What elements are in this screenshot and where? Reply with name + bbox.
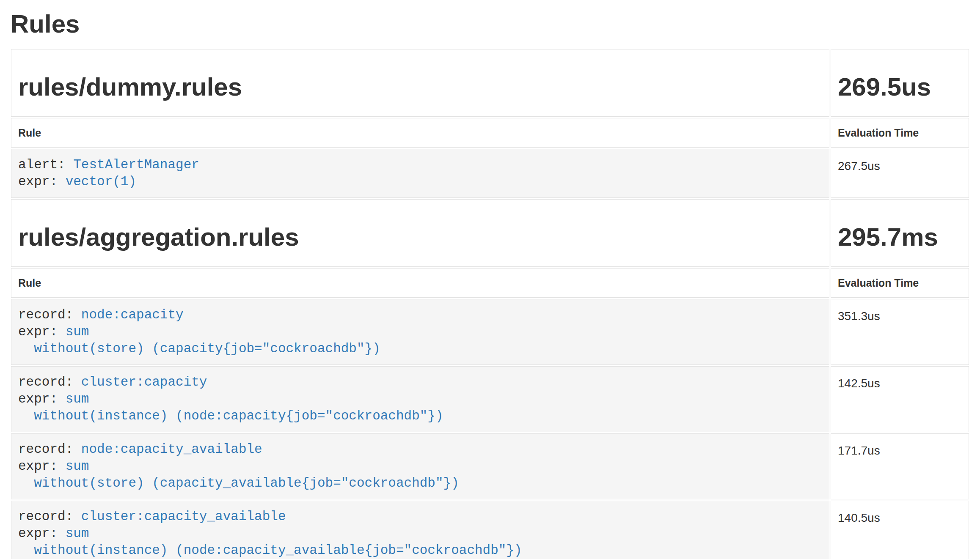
rule-expression-link[interactable]: without(store) (capacity{job="cockroachd… (34, 341, 380, 356)
rule-eval-time-cell: 267.5us (831, 149, 969, 198)
rule-text: alert: TestAlertManager expr: vector(1) (18, 156, 822, 190)
rule-keyword-text: expr: (18, 526, 66, 541)
rule-eval-time-cell: 142.5us (831, 366, 969, 432)
rule-keyword-text: record: (18, 509, 81, 524)
column-header-row: RuleEvaluation Time (11, 268, 969, 298)
rule-cell: alert: TestAlertManager expr: vector(1) (11, 149, 829, 198)
rule-keyword-text: record: (18, 375, 81, 389)
evaluation-time-column-header: Evaluation Time (831, 118, 969, 148)
rule-expression-link[interactable]: cluster:capacity (81, 375, 207, 389)
rule-keyword-text (18, 476, 34, 490)
rules-table: rules/dummy.rules269.5usRuleEvaluation T… (10, 48, 970, 559)
evaluation-time-column-header: Evaluation Time (831, 268, 969, 298)
rule-row: record: node:capacity expr: sum without(… (11, 299, 969, 365)
rule-group-eval-time-cell: 295.7ms (831, 199, 969, 267)
rule-expression-link[interactable]: sum (66, 324, 89, 339)
rule-cell: record: node:capacity expr: sum without(… (11, 299, 829, 365)
rule-row: record: node:capacity_available expr: su… (11, 433, 969, 499)
rule-group-eval-time: 295.7ms (838, 223, 962, 251)
rule-keyword-text: expr: (18, 392, 66, 406)
rule-group-eval-time: 269.5us (838, 73, 962, 101)
rule-text: record: node:capacity_available expr: su… (18, 441, 822, 492)
rule-expression-link[interactable]: without(instance) (node:capacity_availab… (34, 543, 522, 558)
rule-expression-link[interactable]: without(instance) (node:capacity{job="co… (34, 408, 443, 423)
rule-keyword-text: alert: (18, 157, 73, 172)
rule-keyword-text: record: (18, 442, 81, 457)
rule-group-file-name: rules/dummy.rules (18, 73, 822, 101)
rule-expression-link[interactable]: sum (66, 459, 89, 474)
rule-row: record: cluster:capacity_available expr:… (11, 501, 969, 559)
rules-table-body: rules/dummy.rules269.5usRuleEvaluation T… (11, 49, 969, 559)
rule-text: record: cluster:capacity_available expr:… (18, 508, 822, 559)
rule-expression-link[interactable]: cluster:capacity_available (81, 509, 286, 524)
rule-text: record: node:capacity expr: sum without(… (18, 307, 822, 357)
rule-keyword-text (18, 408, 34, 423)
rule-keyword-text: expr: (18, 324, 66, 339)
rule-keyword-text (18, 341, 34, 356)
rule-expression-link[interactable]: node:capacity (81, 307, 184, 322)
column-header-row: RuleEvaluation Time (11, 118, 969, 148)
rule-eval-time-cell: 351.3us (831, 299, 969, 365)
rule-eval-time-cell: 171.7us (831, 433, 969, 499)
rule-expression-link[interactable]: node:capacity_available (81, 442, 262, 457)
rule-row: record: cluster:capacity expr: sum witho… (11, 366, 969, 432)
rule-row: alert: TestAlertManager expr: vector(1)2… (11, 149, 969, 198)
rule-keyword-text: expr: (18, 174, 66, 189)
rule-group-eval-time-cell: 269.5us (831, 49, 969, 117)
rule-keyword-text (18, 543, 34, 558)
rule-expression-link[interactable]: without(store) (capacity_available{job="… (34, 476, 459, 490)
rule-text: record: cluster:capacity expr: sum witho… (18, 374, 822, 425)
rule-eval-time-cell: 140.5us (831, 501, 969, 559)
rule-keyword-text: expr: (18, 459, 66, 474)
rule-expression-link[interactable]: sum (66, 526, 89, 541)
rule-cell: record: cluster:capacity expr: sum witho… (11, 366, 829, 432)
rule-keyword-text: record: (18, 307, 81, 322)
rule-group-header-row: rules/dummy.rules269.5us (11, 49, 969, 117)
rule-group-file-cell: rules/aggregation.rules (11, 199, 829, 267)
rules-page: Rules rules/dummy.rules269.5usRuleEvalua… (10, 10, 970, 559)
rule-group-file-cell: rules/dummy.rules (11, 49, 829, 117)
rule-group-header-row: rules/aggregation.rules295.7ms (11, 199, 969, 267)
rule-column-header: Rule (11, 268, 829, 298)
rule-expression-link[interactable]: TestAlertManager (73, 157, 199, 172)
rule-expression-link[interactable]: sum (66, 392, 89, 406)
rule-expression-link[interactable]: vector(1) (66, 174, 136, 189)
rule-cell: record: cluster:capacity_available expr:… (11, 501, 829, 559)
page-title: Rules (11, 10, 970, 38)
rule-group-file-name: rules/aggregation.rules (18, 223, 822, 251)
rule-column-header: Rule (11, 118, 829, 148)
rule-cell: record: node:capacity_available expr: su… (11, 433, 829, 499)
